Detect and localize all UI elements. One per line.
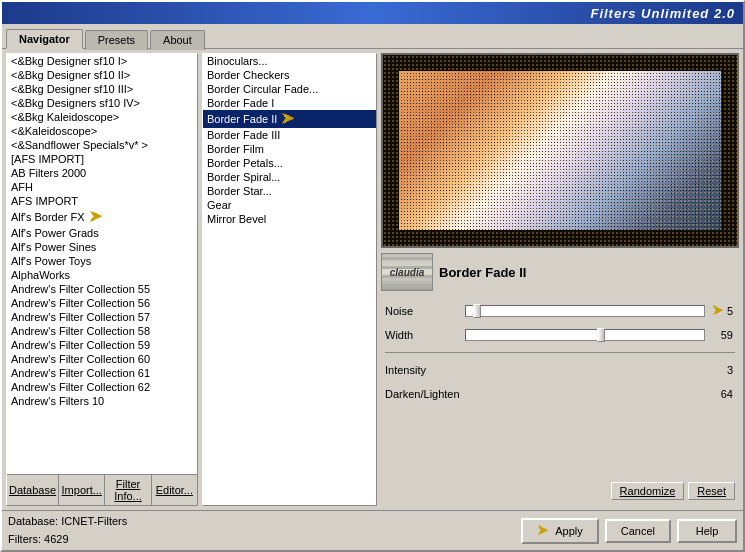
- plugin-icon-text: claudia: [390, 267, 424, 278]
- main-window: Filters Unlimited 2.0 Navigator Presets …: [0, 0, 745, 552]
- filter-item[interactable]: Border Star...: [203, 184, 376, 198]
- noise-slider-row: Noise ⮞ 5: [385, 300, 735, 322]
- filter-item[interactable]: Border Film: [203, 142, 376, 156]
- tab-navigator[interactable]: Navigator: [6, 29, 83, 49]
- list-item-alfs-border-fx[interactable]: Alf's Border FX ⮞: [7, 208, 197, 226]
- intensity-label: Intensity: [385, 364, 465, 376]
- left-buttons: Database Import... Filter Info... Editor…: [7, 474, 197, 505]
- filter-item[interactable]: Border Fade III: [203, 128, 376, 142]
- list-item[interactable]: Andrew's Filter Collection 56: [7, 296, 197, 310]
- category-list[interactable]: <&Bkg Designer sf10 I> <&Bkg Designer sf…: [7, 54, 197, 474]
- filter-item[interactable]: Border Spiral...: [203, 170, 376, 184]
- filter-name-display: Border Fade II: [439, 265, 526, 280]
- intensity-row: Intensity 3: [385, 359, 735, 381]
- reset-button[interactable]: Reset: [688, 482, 735, 500]
- noise-label: Noise: [385, 305, 465, 317]
- list-item[interactable]: <&Bkg Kaleidoscope>: [7, 110, 197, 124]
- list-item[interactable]: AB Filters 2000: [7, 166, 197, 180]
- arrow-icon: ⮞: [89, 209, 103, 225]
- main-content: <&Bkg Designer sf10 I> <&Bkg Designer sf…: [2, 49, 743, 510]
- list-item[interactable]: <&Sandflower Specials*v* >: [7, 138, 197, 152]
- filter-item[interactable]: Gear: [203, 198, 376, 212]
- cancel-button[interactable]: Cancel: [605, 519, 671, 543]
- spacer: [385, 407, 735, 478]
- filters-info: Filters: 4629: [8, 531, 127, 549]
- preview-area: [381, 53, 739, 248]
- list-item[interactable]: Alf's Power Sines: [7, 240, 197, 254]
- list-item[interactable]: Alf's Power Toys: [7, 254, 197, 268]
- list-item[interactable]: AFH: [7, 180, 197, 194]
- list-item[interactable]: Andrew's Filters 10: [7, 394, 197, 408]
- tab-about[interactable]: About: [150, 30, 205, 50]
- preview-canvas: [383, 55, 737, 246]
- width-label: Width: [385, 329, 465, 341]
- divider: [385, 352, 735, 353]
- list-item[interactable]: <&Bkg Designers sf10 IV>: [7, 96, 197, 110]
- filters-value: 4629: [44, 533, 68, 545]
- filter-item[interactable]: Binoculars...: [203, 54, 376, 68]
- list-item[interactable]: Andrew's Filter Collection 58: [7, 324, 197, 338]
- tab-bar: Navigator Presets About: [2, 24, 743, 49]
- editor-button[interactable]: Editor...: [152, 475, 197, 505]
- filter-list[interactable]: Binoculars... Border Checkers Border Cir…: [203, 54, 376, 505]
- status-bar: Database: ICNET-Filters Filters: 4629 ⮞ …: [2, 510, 743, 550]
- list-item[interactable]: <&Kaleidoscope>: [7, 124, 197, 138]
- filter-item[interactable]: Border Petals...: [203, 156, 376, 170]
- list-item[interactable]: <&Bkg Designer sf10 II>: [7, 68, 197, 82]
- list-item[interactable]: <&Bkg Designer sf10 I>: [7, 54, 197, 68]
- database-value: ICNET-Filters: [61, 515, 127, 527]
- info-bar: claudia Border Fade II: [381, 252, 739, 292]
- plugin-icon: claudia: [381, 253, 433, 291]
- database-button[interactable]: Database: [7, 475, 59, 505]
- import-button[interactable]: Import...: [59, 475, 105, 505]
- database-info: Database: ICNET-Filters: [8, 513, 127, 531]
- filter-item-border-fade-ii[interactable]: Border Fade II ⮞: [203, 110, 376, 128]
- width-value: 59: [705, 329, 735, 341]
- list-item[interactable]: Andrew's Filter Collection 60: [7, 352, 197, 366]
- darken-lighten-row: Darken/Lighten 64: [385, 383, 735, 405]
- width-thumb[interactable]: [597, 328, 605, 342]
- tab-presets[interactable]: Presets: [85, 30, 148, 50]
- filter-info-button[interactable]: Filter Info...: [105, 475, 151, 505]
- noise-value: ⮞ 5: [705, 304, 735, 318]
- left-panel: <&Bkg Designer sf10 I> <&Bkg Designer sf…: [6, 53, 198, 506]
- list-item[interactable]: Andrew's Filter Collection 61: [7, 366, 197, 380]
- list-item[interactable]: Andrew's Filter Collection 62: [7, 380, 197, 394]
- status-info: Database: ICNET-Filters Filters: 4629: [8, 513, 127, 548]
- darken-lighten-value: 64: [705, 388, 735, 400]
- right-panel: claudia Border Fade II Noise ⮞ 5: [381, 53, 739, 506]
- apply-button[interactable]: ⮞ Apply: [521, 518, 599, 544]
- randomize-button[interactable]: Randomize: [611, 482, 685, 500]
- title-bar: Filters Unlimited 2.0: [2, 2, 743, 24]
- list-item[interactable]: <&Bkg Designer sf10 III>: [7, 82, 197, 96]
- intensity-value: 3: [705, 364, 735, 376]
- icon-line: [382, 257, 432, 260]
- noise-slider[interactable]: [465, 305, 705, 317]
- preview-border: [383, 55, 737, 246]
- list-item[interactable]: Andrew's Filter Collection 55: [7, 282, 197, 296]
- list-item[interactable]: Alf's Power Grads: [7, 226, 197, 240]
- filter-item[interactable]: Border Checkers: [203, 68, 376, 82]
- icon-line: [382, 284, 432, 287]
- width-slider[interactable]: [465, 329, 705, 341]
- filter-item[interactable]: Border Circular Fade...: [203, 82, 376, 96]
- list-item[interactable]: AlphaWorks: [7, 268, 197, 282]
- darken-lighten-label: Darken/Lighten: [385, 388, 465, 400]
- width-slider-row: Width 59: [385, 324, 735, 346]
- list-item[interactable]: [AFS IMPORT]: [7, 152, 197, 166]
- status-buttons: ⮞ Apply Cancel Help: [521, 518, 737, 544]
- filter-item[interactable]: Border Fade I: [203, 96, 376, 110]
- list-item[interactable]: AFS IMPORT: [7, 194, 197, 208]
- title-text: Filters Unlimited 2.0: [590, 6, 735, 21]
- arrow-icon: ⮞: [281, 111, 295, 127]
- middle-panel: Binoculars... Border Checkers Border Cir…: [202, 53, 377, 506]
- database-label: Database:: [8, 515, 58, 527]
- list-item[interactable]: Andrew's Filter Collection 57: [7, 310, 197, 324]
- sliders-area: Noise ⮞ 5 Width 59: [381, 296, 739, 506]
- noise-thumb[interactable]: [473, 304, 481, 318]
- help-button[interactable]: Help: [677, 519, 737, 543]
- list-item[interactable]: Andrew's Filter Collection 59: [7, 338, 197, 352]
- action-bar: Randomize Reset: [385, 480, 735, 502]
- filter-item[interactable]: Mirror Bevel: [203, 212, 376, 226]
- filters-label: Filters:: [8, 533, 41, 545]
